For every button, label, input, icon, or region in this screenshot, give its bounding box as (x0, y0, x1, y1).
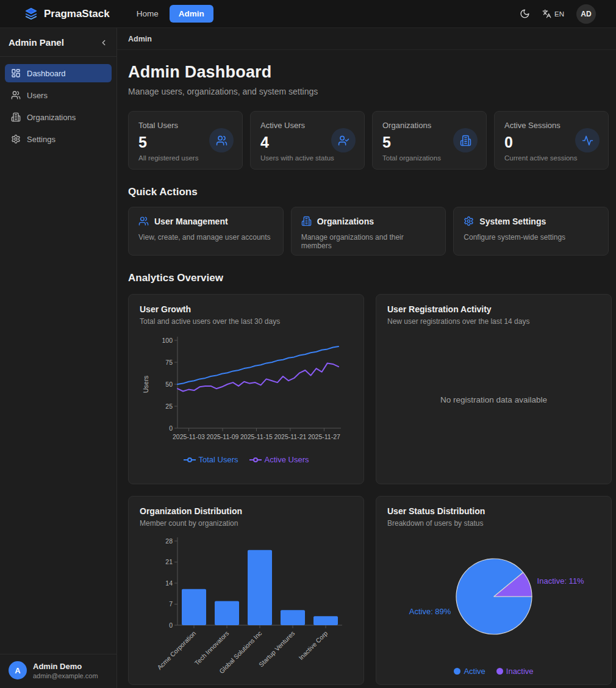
svg-text:2025-11-27: 2025-11-27 (308, 433, 340, 440)
brand[interactable]: PragmaStack (24, 7, 110, 21)
svg-text:2025-11-03: 2025-11-03 (173, 433, 205, 440)
svg-text:21: 21 (165, 558, 173, 565)
quick-actions-heading: Quick Actions (128, 186, 609, 198)
legend-item: Total Users (184, 455, 238, 464)
chart-title: Organization Distribution (140, 506, 353, 516)
sidebar-item-users[interactable]: Users (5, 86, 112, 104)
dashboard-content: Admin Dashboard Manage users, organizati… (117, 50, 616, 688)
chart-subtitle: Breakdown of users by status (387, 519, 600, 528)
sidebar-item-label: Organizations (27, 113, 76, 122)
building-icon (453, 128, 478, 152)
svg-text:14: 14 (165, 579, 173, 587)
brand-name: PragmaStack (44, 8, 110, 20)
user-check-icon (331, 128, 356, 152)
quick-action-description: Configure system-wide settings (464, 233, 598, 242)
user-growth-line-chart: 02550751002025-11-032025-11-092025-11-15… (140, 332, 353, 448)
quick-action-system-settings[interactable]: System Settings Configure system-wide se… (453, 207, 609, 256)
quick-actions-grid: User Management View, create, and manage… (128, 207, 609, 256)
sidebar-item-label: Settings (27, 135, 56, 144)
gear-icon (464, 216, 474, 226)
org-distribution-bar-chart: 07142128Acme CorporationTech InnovatorsG… (140, 534, 353, 675)
sidebar-user-info[interactable]: A Admin Demo admin@example.com (0, 654, 116, 688)
navbar-actions: EN AD (520, 4, 596, 24)
nav-link-home[interactable]: Home (132, 5, 163, 22)
sidebar-header: Admin Panel (0, 28, 116, 57)
quick-action-description: View, create, and manage user accounts (138, 233, 273, 242)
quick-action-title: User Management (154, 217, 228, 226)
activity-icon (575, 128, 600, 152)
analytics-heading: Analytics Overview (128, 272, 609, 284)
org-distribution-card: Organization Distribution Member count b… (128, 496, 364, 685)
nav-link-admin[interactable]: Admin (170, 5, 213, 23)
users-icon (209, 128, 234, 152)
quick-action-title: System Settings (479, 217, 546, 226)
user-email: admin@example.com (33, 672, 98, 679)
legend-line-icon (249, 457, 262, 463)
chart-title: User Growth (140, 304, 353, 314)
quick-action-description: Manage organizations and their members (301, 233, 436, 250)
breadcrumb: Admin (117, 28, 616, 50)
sidebar-nav: Dashboard Users Organizations Settings (0, 57, 116, 156)
user-name: Admin Demo (33, 662, 98, 671)
sidebar-item-organizations[interactable]: Organizations (5, 108, 112, 126)
svg-text:Tech Innovators: Tech Innovators (193, 629, 231, 667)
breadcrumb-item-admin[interactable]: Admin (128, 35, 152, 43)
svg-text:0: 0 (169, 425, 173, 432)
stat-card-total-users: Total Users 5 All registered users (128, 111, 243, 170)
stat-caption: All registered users (138, 154, 232, 162)
chart-subtitle: New user registrations over the last 14 … (387, 317, 600, 326)
building-icon (301, 216, 312, 226)
chart-title: User Registration Activity (387, 304, 600, 314)
stat-card-active-users: Active Users 4 Users with active status (250, 111, 365, 170)
dark-mode-toggle[interactable] (520, 9, 530, 19)
charts-grid: User Growth Total and active users over … (128, 294, 609, 685)
stats-grid: Total Users 5 All registered users Activ… (128, 111, 609, 170)
dashboard-icon (11, 68, 21, 78)
chevron-left-icon (99, 38, 108, 47)
chart-title: User Status Distribution (387, 506, 600, 516)
sidebar-item-dashboard[interactable]: Dashboard (5, 64, 112, 82)
legend-dot-icon (496, 668, 503, 675)
svg-text:0: 0 (169, 622, 173, 629)
legend-item: Active (454, 667, 485, 676)
sidebar-item-settings[interactable]: Settings (5, 130, 112, 148)
chart-subtitle: Member count by organization (140, 519, 353, 528)
stat-caption: Total organizations (382, 154, 476, 162)
quick-action-user-management[interactable]: User Management View, create, and manage… (128, 207, 284, 256)
primary-nav: Home Admin (132, 5, 213, 23)
svg-text:7: 7 (169, 600, 173, 607)
svg-text:50: 50 (165, 381, 173, 388)
stat-card-organizations: Organizations 5 Total organizations (372, 111, 487, 170)
users-icon (138, 216, 149, 226)
chart-subtitle: Total and active users over the last 30 … (140, 317, 353, 326)
svg-text:100: 100 (162, 337, 173, 344)
user-status-card: User Status Distribution Breakdown of us… (376, 496, 612, 685)
user-growth-legend: Total Users Active Users (140, 455, 353, 464)
admin-sidebar: Admin Panel Dashboard Users (0, 28, 117, 688)
sidebar-collapse-button[interactable] (99, 38, 108, 47)
building-icon (11, 112, 21, 122)
svg-text:Startup Ventures: Startup Ventures (257, 629, 296, 668)
quick-action-organizations[interactable]: Organizations Manage organizations and t… (291, 207, 446, 256)
legend-dot-icon (454, 668, 460, 675)
sidebar-title: Admin Panel (9, 37, 64, 48)
user-status-legend: ActiveInactive (387, 667, 600, 676)
page-subtitle: Manage users, organizations, and system … (128, 87, 609, 96)
sidebar-item-label: Users (27, 91, 48, 100)
main-area: Admin Admin Dashboard Manage users, orga… (117, 28, 616, 688)
svg-text:75: 75 (165, 359, 173, 366)
stat-caption: Users with active status (260, 154, 354, 162)
top-navbar: PragmaStack Home Admin EN AD (0, 0, 616, 28)
user-growth-card: User Growth Total and active users over … (128, 294, 364, 484)
empty-state-message: No registration data available (440, 395, 547, 404)
language-selector[interactable]: EN (542, 9, 564, 18)
gear-icon (11, 134, 21, 144)
legend-item: Inactive (496, 667, 534, 676)
svg-text:2025-11-21: 2025-11-21 (274, 433, 306, 440)
svg-text:28: 28 (165, 537, 173, 545)
user-avatar[interactable]: AD (576, 4, 596, 24)
svg-text:Active: 89%: Active: 89% (409, 607, 451, 616)
users-icon (11, 90, 21, 100)
language-label: EN (554, 10, 564, 18)
svg-text:Acme Corporation: Acme Corporation (156, 629, 197, 671)
